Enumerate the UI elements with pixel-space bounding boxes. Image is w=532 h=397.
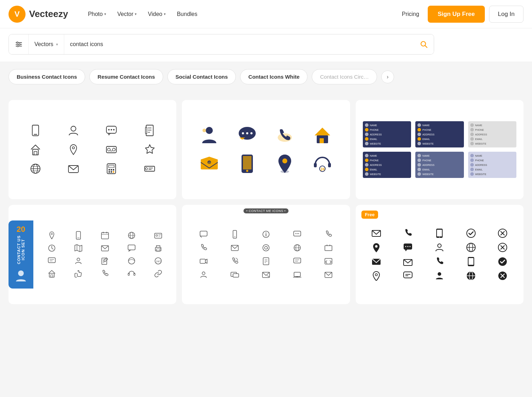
contact-me-badge: • CONTACT ME ICONS • xyxy=(243,208,288,213)
svg-rect-41 xyxy=(145,166,155,171)
svg-rect-90 xyxy=(155,247,161,251)
free-tablet-icon xyxy=(426,228,453,238)
svg-point-157 xyxy=(408,246,409,247)
line-chat2-icon xyxy=(284,257,310,265)
chat-icon xyxy=(96,124,127,136)
logo[interactable]: V Vecteezy xyxy=(9,6,68,23)
pricing-link[interactable]: Pricing xyxy=(398,8,423,20)
chip-social-contact-icons[interactable]: Social Contact Icons xyxy=(167,69,236,84)
star-icon xyxy=(134,144,165,156)
line-mail2-icon xyxy=(253,270,279,279)
card-icons-grid: 24/7 xyxy=(33,224,176,285)
flat-telephone-icon xyxy=(269,124,301,147)
chevron-down-icon: ▾ xyxy=(135,12,137,16)
flat-person-support-icon xyxy=(193,124,225,147)
svg-point-81 xyxy=(156,235,157,236)
svg-point-48 xyxy=(242,132,244,134)
logo-icon: V xyxy=(9,6,26,23)
printer-sm-icon xyxy=(147,244,169,252)
signup-button[interactable]: Sign Up Free xyxy=(428,6,485,23)
svg-point-44 xyxy=(145,168,148,170)
svg-rect-20 xyxy=(33,149,38,155)
svg-text:24: 24 xyxy=(321,167,325,171)
line-globe-icon xyxy=(284,244,310,252)
free-speech-icon xyxy=(394,271,422,281)
globe-icon xyxy=(20,163,51,175)
globe2-sm-icon xyxy=(120,257,143,265)
bottom-row-grid: 20 CONTACT US ICON SET xyxy=(9,205,523,304)
calculator-icon xyxy=(96,163,127,175)
support-person-icon xyxy=(14,269,28,283)
chip-business-contact-icons[interactable]: Business Contact Icons xyxy=(9,69,85,84)
nav-bundles[interactable]: Bundles xyxy=(173,8,202,20)
person-sm-icon xyxy=(67,257,89,265)
id-card-sm-icon xyxy=(147,231,169,240)
svg-rect-172 xyxy=(404,272,412,278)
free-phone-ring-icon xyxy=(394,228,422,238)
chevron-down-icon: ▾ xyxy=(56,42,58,47)
svg-point-22 xyxy=(72,147,74,149)
svg-point-117 xyxy=(297,233,298,234)
line-mail3-icon xyxy=(315,270,342,279)
search-input[interactable] xyxy=(64,41,414,47)
line-biz-icon xyxy=(315,244,342,252)
card-free-flat-icons[interactable]: Free xyxy=(356,205,523,304)
flat-email-at-icon: @ xyxy=(193,152,225,175)
svg-rect-19 xyxy=(145,127,147,134)
chip-contact-icons-circle[interactable]: Contact Icons Circ… xyxy=(312,69,377,84)
flat-smartphone-icon xyxy=(231,152,263,175)
contact-group-4: NAME PHONE ADDRESS EMAIL WEBSITE xyxy=(363,152,411,178)
card-outline-icons[interactable] xyxy=(9,100,176,199)
card-contact-us-set[interactable]: 20 CONTACT US ICON SET xyxy=(9,205,176,304)
message-sm-icon xyxy=(40,257,63,265)
contact-group-1: NAME PHONE ADDRESS EMAIL WEBSITE xyxy=(363,121,411,147)
free-envelope-icon xyxy=(363,257,390,267)
mail-sm-icon xyxy=(94,244,116,252)
line-phone2-icon xyxy=(190,244,217,252)
business-card-icon xyxy=(134,163,165,175)
svg-point-118 xyxy=(298,233,299,234)
free-x-circle2-icon xyxy=(489,242,516,252)
free-person-icon xyxy=(426,242,453,252)
svg-point-13 xyxy=(111,129,112,130)
line-mobile-icon xyxy=(222,230,248,239)
svg-point-158 xyxy=(410,246,411,247)
contact-list-grid: NAME PHONE ADDRESS EMAIL WEBSITE NAME PH… xyxy=(356,114,523,185)
svg-point-101 xyxy=(128,258,135,264)
line-comments-icon xyxy=(222,270,248,279)
card-flat-colored-icons[interactable]: @ 24 xyxy=(182,100,350,199)
card-contact-me-icons[interactable]: • CONTACT ME ICONS • xyxy=(182,205,350,304)
chip-resume-contact-icons[interactable]: Resume Contact Icons xyxy=(89,69,163,84)
nav-photo[interactable]: Photo ▾ xyxy=(84,8,110,20)
headset-sm-icon xyxy=(120,269,143,278)
svg-rect-144 xyxy=(296,276,298,277)
svg-point-5 xyxy=(17,45,18,47)
card-contact-list-style[interactable]: NAME PHONE ADDRESS EMAIL WEBSITE NAME PH… xyxy=(356,100,523,199)
free-globe-icon xyxy=(458,242,485,252)
location-sm-icon xyxy=(40,231,63,240)
svg-rect-61 xyxy=(243,156,251,169)
svg-point-96 xyxy=(77,258,80,261)
svg-line-142 xyxy=(267,275,270,277)
line-mail-icon xyxy=(222,244,248,252)
svg-point-138 xyxy=(202,272,205,275)
free-mail-open-icon xyxy=(394,257,422,267)
svg-point-62 xyxy=(246,170,248,172)
svg-point-3 xyxy=(17,42,18,43)
chevron-down-icon: ▾ xyxy=(104,12,106,16)
chips-next-button[interactable]: › xyxy=(381,71,394,83)
line-transfer-icon xyxy=(315,257,342,265)
login-button[interactable]: Log In xyxy=(489,6,523,23)
nav-vector[interactable]: Vector ▾ xyxy=(113,8,141,20)
search-type-dropdown[interactable]: Vectors ▾ xyxy=(29,34,64,54)
location-icon xyxy=(58,144,89,156)
nav-video[interactable]: Video ▾ xyxy=(144,8,170,20)
svg-rect-38 xyxy=(109,171,110,173)
search-button[interactable] xyxy=(414,34,434,54)
search-section: Vectors ▾ xyxy=(0,28,532,62)
chevron-right-icon: › xyxy=(387,74,388,80)
chip-contact-icons-white[interactable]: Contact Icons White xyxy=(240,69,307,84)
svg-rect-40 xyxy=(113,171,114,173)
svg-point-149 xyxy=(439,237,440,237)
filter-button[interactable] xyxy=(9,34,29,54)
